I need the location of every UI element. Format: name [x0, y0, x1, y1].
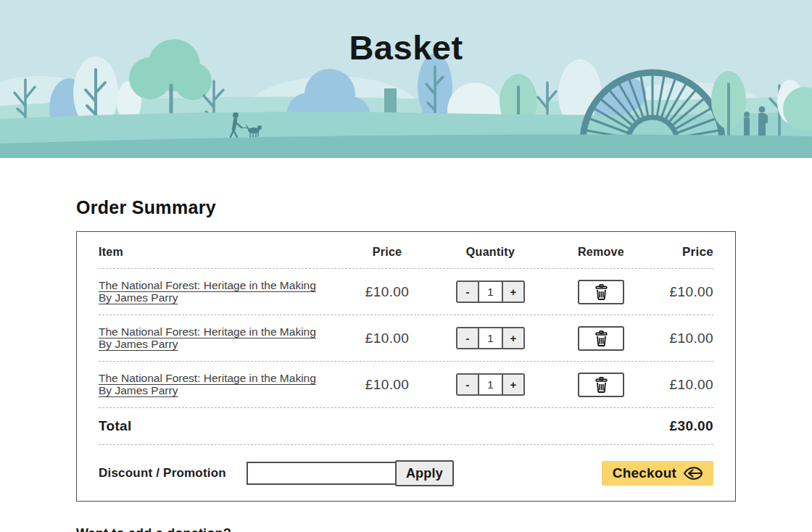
basket-main: Order Summary Item Price Quantity Remove… [0, 197, 812, 532]
total-value: £30.00 [669, 418, 713, 434]
item-cell: The National Forest: Heritage in the Mak… [99, 325, 333, 351]
quantity-cell: - 1 + [442, 373, 539, 396]
quantity-increase-button[interactable]: + [502, 328, 523, 348]
quantity-increase-button[interactable]: + [502, 282, 523, 302]
table-header-row: Item Price Quantity Remove Price [99, 232, 713, 269]
trash-icon [594, 331, 608, 346]
item-cell: The National Forest: Heritage in the Mak… [99, 372, 333, 397]
item-unit-price: £10.00 [333, 284, 442, 300]
item-byline: By James Parry [99, 338, 316, 350]
quantity-increase-button[interactable]: + [502, 375, 523, 394]
item-unit-price: £10.00 [333, 377, 442, 393]
basket-item-row: The National Forest: Heritage in the Mak… [99, 269, 713, 315]
col-header-price: Price [333, 246, 442, 259]
checkout-button-label: Checkout [613, 465, 676, 481]
remove-item-button[interactable] [578, 280, 624, 304]
quantity-stepper: - 1 + [456, 327, 525, 349]
park-banner-illustration [0, 0, 812, 158]
col-header-remove: Remove [539, 246, 663, 259]
quantity-cell: - 1 + [442, 327, 539, 349]
item-unit-price: £10.00 [333, 331, 442, 346]
basket-item-row: The National Forest: Heritage in the Mak… [99, 362, 713, 408]
quantity-value[interactable]: 1 [479, 375, 502, 394]
item-line-price: £10.00 [663, 284, 713, 300]
item-link[interactable]: The National Forest: Heritage in the Mak… [99, 279, 316, 304]
col-header-item: Item [99, 246, 333, 259]
quantity-cell: - 1 + [442, 280, 539, 303]
donation-prompt: Want to add a donation? [76, 526, 736, 532]
discount-promotion-label: Discount / Promotion [99, 466, 226, 481]
quantity-decrease-button[interactable]: - [457, 375, 479, 394]
item-link[interactable]: The National Forest: Heritage in the Mak… [99, 372, 316, 396]
total-row: Total £30.00 [99, 408, 713, 445]
col-header-quantity: Quantity [442, 246, 539, 259]
total-label: Total [99, 418, 131, 434]
item-title: The National Forest: Heritage in the Mak… [99, 279, 316, 291]
quantity-decrease-button[interactable]: - [457, 282, 479, 302]
item-link[interactable]: The National Forest: Heritage in the Mak… [99, 325, 316, 350]
quantity-stepper: - 1 + [456, 373, 525, 396]
item-cell: The National Forest: Heritage in the Mak… [99, 279, 333, 304]
basket-item-row: The National Forest: Heritage in the Mak… [99, 315, 713, 362]
trash-icon [594, 377, 608, 393]
remove-cell [539, 280, 663, 304]
remove-cell [539, 373, 663, 397]
apply-discount-button[interactable]: Apply [395, 460, 454, 486]
remove-item-button[interactable] [578, 373, 624, 397]
order-summary-heading: Order Summary [76, 197, 736, 218]
leaf-arrow-icon [683, 465, 703, 481]
item-title: The National Forest: Heritage in the Mak… [99, 325, 316, 338]
discount-code-input[interactable] [246, 462, 397, 485]
discount-checkout-row: Discount / Promotion Apply Checkout [99, 445, 713, 501]
remove-cell [539, 326, 663, 351]
checkout-button[interactable]: Checkout [602, 461, 713, 486]
item-byline: By James Parry [99, 384, 316, 396]
basket-header-banner: Basket [0, 0, 812, 158]
item-byline: By James Parry [99, 291, 316, 304]
col-header-line-price: Price [663, 245, 713, 259]
quantity-stepper: - 1 + [456, 280, 525, 303]
trash-icon [594, 284, 608, 300]
quantity-value[interactable]: 1 [479, 328, 502, 348]
page-title: Basket [0, 28, 812, 67]
order-summary-card: Item Price Quantity Remove Price The Nat… [76, 231, 736, 502]
table-body: The National Forest: Heritage in the Mak… [99, 269, 713, 408]
quantity-decrease-button[interactable]: - [457, 328, 479, 348]
quantity-value[interactable]: 1 [479, 282, 502, 302]
item-line-price: £10.00 [663, 331, 713, 346]
remove-item-button[interactable] [578, 326, 624, 351]
item-line-price: £10.00 [663, 377, 713, 393]
item-title: The National Forest: Heritage in the Mak… [99, 372, 316, 384]
